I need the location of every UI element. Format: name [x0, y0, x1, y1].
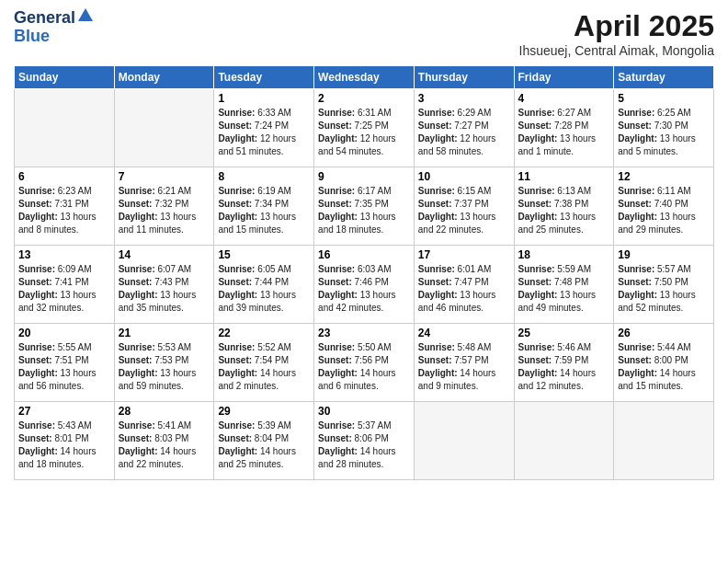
day-of-week-tuesday: Tuesday — [214, 66, 314, 89]
day-cell: 15Sunrise: 6:05 AMSunset: 7:44 PMDayligh… — [214, 246, 314, 324]
day-cell — [414, 402, 514, 480]
day-number: 14 — [119, 248, 210, 261]
day-info: Sunrise: 6:13 AMSunset: 7:38 PMDaylight:… — [518, 185, 610, 236]
day-number: 16 — [318, 248, 410, 261]
day-cell: 17Sunrise: 6:01 AMSunset: 7:47 PMDayligh… — [414, 246, 514, 324]
header: General Blue April 2025 Ihsueuej, Centra… — [14, 9, 714, 58]
day-info: Sunrise: 6:09 AMSunset: 7:41 PMDaylight:… — [18, 263, 110, 315]
day-number: 30 — [318, 405, 410, 418]
logo: General Blue — [14, 9, 93, 46]
day-cell: 22Sunrise: 5:52 AMSunset: 7:54 PMDayligh… — [214, 324, 314, 402]
day-number: 10 — [418, 170, 510, 183]
day-info: Sunrise: 5:52 AMSunset: 7:54 PMDaylight:… — [218, 341, 310, 393]
day-cell: 21Sunrise: 5:53 AMSunset: 7:53 PMDayligh… — [114, 324, 214, 402]
day-number: 6 — [18, 170, 110, 183]
week-row-4: 20Sunrise: 5:55 AMSunset: 7:51 PMDayligh… — [15, 324, 714, 402]
day-number: 25 — [518, 327, 610, 339]
day-number: 26 — [618, 327, 710, 339]
day-info: Sunrise: 5:55 AMSunset: 7:51 PMDaylight:… — [18, 341, 110, 393]
day-cell: 24Sunrise: 5:48 AMSunset: 7:57 PMDayligh… — [414, 324, 514, 402]
day-cell: 5Sunrise: 6:25 AMSunset: 7:30 PMDaylight… — [614, 89, 714, 167]
day-info: Sunrise: 6:11 AMSunset: 7:40 PMDaylight:… — [618, 185, 710, 236]
day-info: Sunrise: 5:53 AMSunset: 7:53 PMDaylight:… — [119, 341, 210, 393]
day-info: Sunrise: 6:03 AMSunset: 7:46 PMDaylight:… — [318, 263, 410, 315]
week-row-2: 6Sunrise: 6:23 AMSunset: 7:31 PMDaylight… — [15, 167, 714, 246]
day-cell: 13Sunrise: 6:09 AMSunset: 7:41 PMDayligh… — [15, 246, 115, 324]
logo-text: General Blue — [14, 9, 93, 46]
day-info: Sunrise: 5:48 AMSunset: 7:57 PMDaylight:… — [418, 341, 510, 393]
day-cell: 8Sunrise: 6:19 AMSunset: 7:34 PMDaylight… — [214, 167, 314, 246]
main-title: April 2025 — [519, 9, 714, 43]
day-of-week-monday: Monday — [114, 66, 214, 89]
day-number: 29 — [218, 405, 310, 418]
day-cell — [15, 89, 115, 167]
day-cell — [114, 89, 214, 167]
day-info: Sunrise: 6:21 AMSunset: 7:32 PMDaylight:… — [119, 185, 210, 236]
day-cell: 9Sunrise: 6:17 AMSunset: 7:35 PMDaylight… — [314, 167, 415, 246]
calendar-header-row: SundayMondayTuesdayWednesdayThursdayFrid… — [15, 66, 714, 89]
day-number: 1 — [218, 92, 310, 105]
day-number: 20 — [18, 327, 110, 339]
day-cell — [514, 402, 614, 480]
day-cell: 1Sunrise: 6:33 AMSunset: 7:24 PMDaylight… — [214, 89, 314, 167]
day-info: Sunrise: 5:41 AMSunset: 8:03 PMDaylight:… — [119, 419, 210, 471]
day-number: 8 — [218, 170, 310, 183]
day-info: Sunrise: 6:05 AMSunset: 7:44 PMDaylight:… — [218, 263, 310, 315]
day-cell: 18Sunrise: 5:59 AMSunset: 7:48 PMDayligh… — [514, 246, 614, 324]
day-cell: 6Sunrise: 6:23 AMSunset: 7:31 PMDaylight… — [15, 167, 115, 246]
page: General Blue April 2025 Ihsueuej, Centra… — [0, 0, 728, 563]
day-number: 19 — [618, 248, 710, 261]
day-info: Sunrise: 6:25 AMSunset: 7:30 PMDaylight:… — [618, 107, 710, 158]
day-cell: 12Sunrise: 6:11 AMSunset: 7:40 PMDayligh… — [614, 167, 714, 246]
week-row-1: 1Sunrise: 6:33 AMSunset: 7:24 PMDaylight… — [15, 89, 714, 167]
day-of-week-friday: Friday — [514, 66, 614, 89]
day-cell: 29Sunrise: 5:39 AMSunset: 8:04 PMDayligh… — [214, 402, 314, 480]
day-info: Sunrise: 6:17 AMSunset: 7:35 PMDaylight:… — [318, 185, 410, 236]
day-info: Sunrise: 6:07 AMSunset: 7:43 PMDaylight:… — [119, 263, 210, 315]
day-info: Sunrise: 6:15 AMSunset: 7:37 PMDaylight:… — [418, 185, 510, 236]
week-row-3: 13Sunrise: 6:09 AMSunset: 7:41 PMDayligh… — [15, 246, 714, 324]
day-cell: 10Sunrise: 6:15 AMSunset: 7:37 PMDayligh… — [414, 167, 514, 246]
day-number: 28 — [119, 405, 210, 418]
week-row-5: 27Sunrise: 5:43 AMSunset: 8:01 PMDayligh… — [15, 402, 714, 480]
calendar-table: SundayMondayTuesdayWednesdayThursdayFrid… — [14, 65, 714, 480]
day-cell — [614, 402, 714, 480]
day-of-week-wednesday: Wednesday — [314, 66, 415, 89]
day-cell: 25Sunrise: 5:46 AMSunset: 7:59 PMDayligh… — [514, 324, 614, 402]
day-info: Sunrise: 5:39 AMSunset: 8:04 PMDaylight:… — [218, 419, 310, 471]
day-info: Sunrise: 6:29 AMSunset: 7:27 PMDaylight:… — [418, 107, 510, 158]
day-info: Sunrise: 5:57 AMSunset: 7:50 PMDaylight:… — [618, 263, 710, 315]
day-cell: 11Sunrise: 6:13 AMSunset: 7:38 PMDayligh… — [514, 167, 614, 246]
day-number: 22 — [218, 327, 310, 339]
day-cell: 2Sunrise: 6:31 AMSunset: 7:25 PMDaylight… — [314, 89, 415, 167]
logo-name: General Blue — [14, 9, 93, 46]
day-cell: 16Sunrise: 6:03 AMSunset: 7:46 PMDayligh… — [314, 246, 415, 324]
day-info: Sunrise: 5:44 AMSunset: 8:00 PMDaylight:… — [618, 341, 710, 393]
day-info: Sunrise: 6:23 AMSunset: 7:31 PMDaylight:… — [18, 185, 110, 236]
day-cell: 23Sunrise: 5:50 AMSunset: 7:56 PMDayligh… — [314, 324, 415, 402]
day-number: 3 — [418, 92, 510, 105]
day-number: 9 — [318, 170, 410, 183]
day-of-week-sunday: Sunday — [15, 66, 115, 89]
day-of-week-saturday: Saturday — [614, 66, 714, 89]
day-number: 13 — [18, 248, 110, 261]
day-info: Sunrise: 6:33 AMSunset: 7:24 PMDaylight:… — [218, 107, 310, 158]
day-number: 2 — [318, 92, 410, 105]
day-info: Sunrise: 6:01 AMSunset: 7:47 PMDaylight:… — [418, 263, 510, 315]
day-number: 18 — [518, 248, 610, 261]
day-info: Sunrise: 5:50 AMSunset: 7:56 PMDaylight:… — [318, 341, 410, 393]
day-number: 15 — [218, 248, 310, 261]
day-info: Sunrise: 6:19 AMSunset: 7:34 PMDaylight:… — [218, 185, 310, 236]
day-cell: 28Sunrise: 5:41 AMSunset: 8:03 PMDayligh… — [114, 402, 214, 480]
day-number: 27 — [18, 405, 110, 418]
day-number: 7 — [119, 170, 210, 183]
day-number: 21 — [119, 327, 210, 339]
day-number: 11 — [518, 170, 610, 183]
day-number: 5 — [618, 92, 710, 105]
day-number: 24 — [418, 327, 510, 339]
day-of-week-thursday: Thursday — [414, 66, 514, 89]
day-number: 23 — [318, 327, 410, 339]
day-cell: 26Sunrise: 5:44 AMSunset: 8:00 PMDayligh… — [614, 324, 714, 402]
day-info: Sunrise: 5:37 AMSunset: 8:06 PMDaylight:… — [318, 419, 410, 471]
day-cell: 20Sunrise: 5:55 AMSunset: 7:51 PMDayligh… — [15, 324, 115, 402]
